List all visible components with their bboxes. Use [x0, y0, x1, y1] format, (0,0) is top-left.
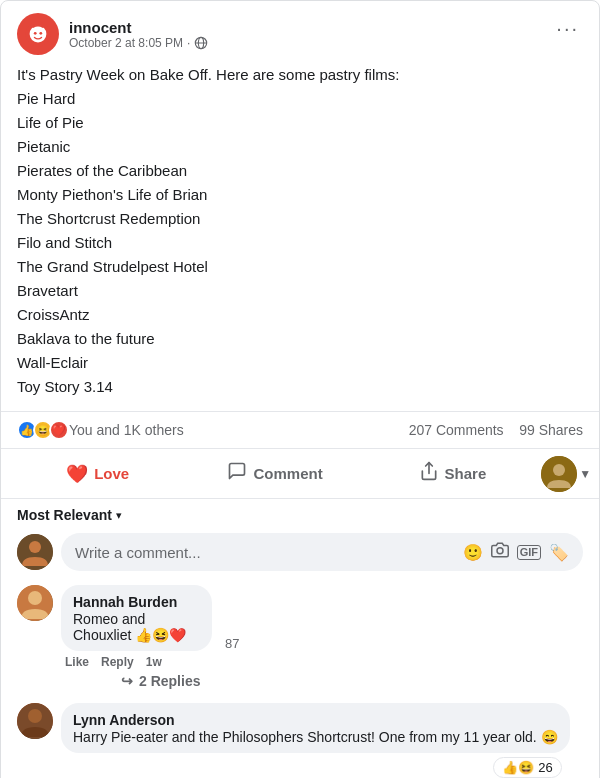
- sticker-icon[interactable]: 🏷️: [549, 543, 569, 562]
- comment-1-like[interactable]: Like: [65, 655, 89, 669]
- comment-1-bubble: Hannah Burden Romeo and Chouxliet 👍😆❤️: [61, 585, 212, 651]
- comment-1-text: Romeo and Chouxliet 👍😆❤️: [73, 611, 200, 643]
- svg-point-16: [28, 709, 42, 723]
- author-avatar[interactable]: [17, 13, 59, 55]
- profile-dropdown[interactable]: ▼: [541, 456, 591, 492]
- svg-point-3: [39, 32, 42, 35]
- list-item-5: Monty Piethon's Life of Brian: [17, 183, 583, 207]
- comment-input-row: Write a comment... 🙂 GIF 🏷️: [1, 527, 599, 581]
- comment-2-content: Lynn Anderson Harry Pie-eater and the Ph…: [61, 703, 570, 778]
- comment-2-author[interactable]: Lynn Anderson: [73, 712, 175, 728]
- post-content: It's Pastry Week on Bake Off. Here are s…: [1, 63, 599, 411]
- reactions-left[interactable]: 👍 😆 ❤️ You and 1K others: [17, 420, 184, 440]
- svg-point-11: [29, 541, 41, 553]
- list-item-9: Bravetart: [17, 279, 583, 303]
- post-author[interactable]: innocent: [69, 19, 208, 36]
- post-header: innocent October 2 at 8:05 PM · ···: [1, 1, 599, 63]
- svg-point-1: [30, 26, 47, 43]
- comment-item-1: Hannah Burden Romeo and Chouxliet 👍😆❤️ 8…: [1, 581, 599, 699]
- svg-point-12: [497, 548, 503, 554]
- more-options-button[interactable]: ···: [552, 13, 583, 44]
- list-item-2: Life of Pie: [17, 111, 583, 135]
- love-button[interactable]: ❤️ Love: [9, 455, 186, 493]
- comment-2-bubble-row: Lynn Anderson Harry Pie-eater and the Ph…: [61, 703, 570, 753]
- list-item-3: Pietanic: [17, 135, 583, 159]
- comments-filter-label: Most Relevant: [17, 507, 112, 523]
- comments-section: Most Relevant ▾ Write a comment... 🙂: [1, 499, 599, 778]
- chevron-down-icon: ▼: [579, 467, 591, 481]
- hannah-avatar: [17, 585, 53, 621]
- author-info: innocent October 2 at 8:05 PM ·: [17, 13, 208, 55]
- svg-point-14: [28, 591, 42, 605]
- replies-count-label: 2 Replies: [139, 673, 200, 689]
- comment-1-reaction-count: 87: [225, 636, 239, 651]
- camera-icon[interactable]: [491, 541, 509, 563]
- love-icon: ❤️: [66, 463, 88, 485]
- emoji-icon[interactable]: 🙂: [463, 543, 483, 562]
- post-time: October 2 at 8:05 PM ·: [69, 36, 208, 50]
- comment-1-reply[interactable]: Reply: [101, 655, 134, 669]
- list-item-12: Wall-Eclair: [17, 351, 583, 375]
- list-item-11: Baklava to the future: [17, 327, 583, 351]
- current-user-avatar: [17, 534, 53, 570]
- list-item-6: The Shortcrust Redemption: [17, 207, 583, 231]
- comment-1-bubble-row: Hannah Burden Romeo and Chouxliet 👍😆❤️ 8…: [61, 585, 302, 651]
- comment-placeholder[interactable]: Write a comment...: [75, 544, 455, 561]
- comment-2-reaction-count: 26: [538, 760, 552, 775]
- post-intro: It's Pastry Week on Bake Off. Here are s…: [17, 63, 583, 87]
- lynn-avatar: [17, 703, 53, 739]
- post-meta: innocent October 2 at 8:05 PM ·: [69, 19, 208, 50]
- gif-label[interactable]: GIF: [517, 545, 541, 560]
- list-item-7: Filo and Stitch: [17, 231, 583, 255]
- list-item-1: Pie Hard: [17, 87, 583, 111]
- comment-icon: [227, 461, 247, 486]
- share-button[interactable]: Share: [364, 453, 541, 494]
- comment-1-reaction-emojis: 👍😆❤️: [135, 627, 186, 643]
- comment-button[interactable]: Comment: [186, 453, 363, 494]
- comment-input-box[interactable]: Write a comment... 🙂 GIF 🏷️: [61, 533, 583, 571]
- reactions-right: 207 Comments 99 Shares: [409, 422, 583, 438]
- comment-2-reaction-emojis: 👍😆: [502, 760, 534, 775]
- comment-1-time: 1w: [146, 655, 162, 669]
- user-avatar-small: [541, 456, 577, 492]
- comments-filter-row[interactable]: Most Relevant ▾: [1, 499, 599, 527]
- comment-item-2: Lynn Anderson Harry Pie-eater and the Ph…: [1, 699, 599, 778]
- comment-2-text: Harry Pie-eater and the Philosophers Sho…: [73, 729, 558, 745]
- svg-point-2: [34, 32, 37, 35]
- reactions-text: You and 1K others: [69, 422, 184, 438]
- reactions-row: 👍 😆 ❤️ You and 1K others 207 Comments 99…: [1, 411, 599, 449]
- comment-1-actions: Like Reply 1w: [61, 651, 302, 669]
- comment-1-reaction-badge: 87: [222, 636, 239, 651]
- reaction-emojis: 👍 😆 ❤️: [17, 420, 65, 440]
- post-card: innocent October 2 at 8:05 PM · ··· It's…: [0, 0, 600, 778]
- share-icon: [419, 461, 439, 486]
- filter-chevron-icon: ▾: [116, 509, 122, 522]
- love-emoji: ❤️: [49, 420, 69, 440]
- globe-icon: [194, 36, 208, 50]
- comment-input-icons: 🙂 GIF 🏷️: [463, 541, 569, 563]
- dot-separator: ·: [187, 36, 190, 50]
- comment-2-reaction-row: 👍😆 26: [61, 753, 570, 778]
- comments-count[interactable]: 207 Comments: [409, 422, 504, 438]
- svg-point-9: [553, 464, 565, 476]
- shares-count[interactable]: 99 Shares: [519, 422, 583, 438]
- comment-1-content: Hannah Burden Romeo and Chouxliet 👍😆❤️ 8…: [61, 585, 302, 695]
- list-item-8: The Grand Strudelpest Hotel: [17, 255, 583, 279]
- list-item-10: CroissAntz: [17, 303, 583, 327]
- comment-2-reaction-badge: 👍😆 26: [493, 757, 561, 778]
- post-list: Pie Hard Life of Pie Pietanic Pierates o…: [17, 87, 583, 399]
- list-item-4: Pierates of the Caribbean: [17, 159, 583, 183]
- list-item-13: Toy Story 3.14: [17, 375, 583, 399]
- action-buttons: ❤️ Love Comment Share: [1, 449, 599, 499]
- comment-2-bubble: Lynn Anderson Harry Pie-eater and the Ph…: [61, 703, 570, 753]
- comment-1-author[interactable]: Hannah Burden: [73, 594, 177, 610]
- replies-toggle-1[interactable]: ↪ 2 Replies: [61, 669, 302, 695]
